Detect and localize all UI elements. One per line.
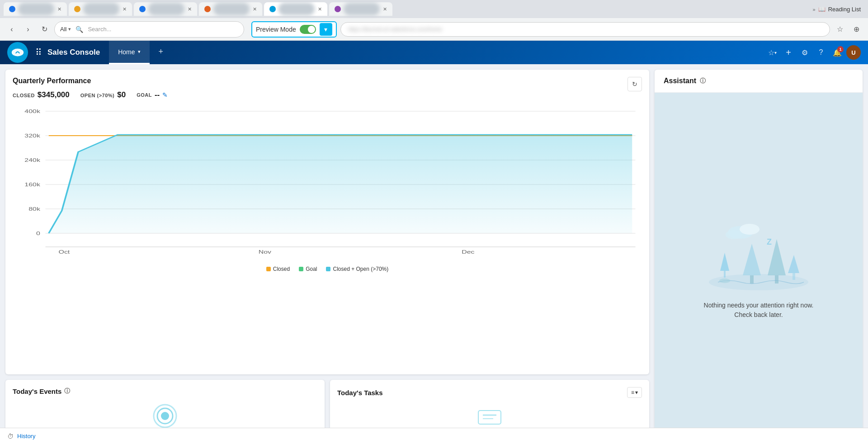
- reload-button[interactable]: ↻: [38, 23, 51, 36]
- browser-tab-1[interactable]: blurred ✕: [4, 2, 67, 16]
- assistant-illustration: Z: [700, 212, 817, 293]
- browser-tab-2[interactable]: blurred ✕: [69, 2, 132, 16]
- svg-text:160k: 160k: [24, 182, 40, 187]
- help-icon[interactable]: ?: [814, 45, 828, 60]
- browser-tab-6[interactable]: blurred ✕: [329, 2, 392, 16]
- closed-label: CLOSED: [13, 93, 35, 98]
- svg-text:400k: 400k: [24, 109, 40, 114]
- setup-icon[interactable]: ⚙: [797, 45, 812, 60]
- tab-more[interactable]: +: [150, 41, 173, 64]
- svg-text:0: 0: [36, 231, 40, 236]
- goal-stat: GOAL -- ✎: [137, 90, 168, 99]
- main-content-area: Quarterly Performance CLOSED $345,000 OP…: [0, 64, 868, 444]
- svg-point-20: [161, 412, 169, 420]
- svg-rect-26: [724, 271, 726, 278]
- tab-label-4: blurred: [213, 3, 250, 15]
- preview-mode-pill: Preview Mode ▾: [251, 21, 337, 38]
- chart-title: Quarterly Performance: [13, 77, 642, 85]
- closed-value: $345,000: [38, 90, 70, 99]
- search-all-label: All: [60, 26, 66, 33]
- user-avatar[interactable]: U: [846, 45, 861, 60]
- tab-close-4[interactable]: ✕: [253, 6, 257, 12]
- svg-text:Z: Z: [767, 237, 772, 246]
- tab-home-chevron-icon: ▾: [138, 49, 141, 55]
- bookmark-button[interactable]: ☆: [834, 23, 846, 36]
- svg-point-0: [12, 49, 24, 57]
- reading-list-label: Reading List: [828, 6, 861, 13]
- svg-point-34: [740, 224, 760, 235]
- events-illustration: [151, 402, 179, 430]
- history-label: History: [17, 433, 35, 439]
- refresh-button[interactable]: ↻: [627, 77, 642, 91]
- salesforce-tabs: Home ▾ +: [109, 41, 172, 64]
- tab-label-6: blurred: [344, 3, 380, 15]
- svg-text:240k: 240k: [24, 157, 40, 163]
- tab-favicon-3: [139, 6, 146, 12]
- star-icon: ☆: [768, 48, 774, 57]
- tab-label-3: blurred: [148, 3, 184, 15]
- forward-button[interactable]: ›: [22, 23, 34, 36]
- waffle-menu-icon[interactable]: ⠿: [35, 47, 42, 58]
- tab-label-2: blurred: [83, 3, 119, 15]
- address-bar[interactable]: https://blurred-url.salesforce.com/home: [340, 22, 830, 37]
- preview-mode-label: Preview Mode: [256, 26, 296, 33]
- chevron-icon: »: [813, 6, 816, 12]
- tab-home[interactable]: Home ▾: [109, 41, 149, 64]
- add-record-icon[interactable]: +: [781, 45, 796, 60]
- preview-mode-toggle[interactable]: [300, 25, 316, 34]
- browser-tabs-bar: blurred ✕ blurred ✕ blurred ✕ blurred ✕ …: [0, 0, 868, 18]
- tab-close-5[interactable]: ✕: [318, 6, 322, 12]
- svg-point-35: [726, 230, 742, 239]
- reading-list-button[interactable]: » 📖 Reading List: [813, 6, 861, 13]
- svg-text:Oct: Oct: [59, 249, 70, 255]
- notification-badge: 1: [837, 46, 844, 52]
- events-card-header: Today's Events ⓘ: [13, 387, 317, 395]
- tasks-illustration-area: [337, 403, 642, 431]
- legend-goal-label: Goal: [306, 266, 317, 272]
- star-down-icon: ▾: [774, 50, 777, 55]
- tab-close-1[interactable]: ✕: [57, 6, 61, 12]
- browser-tab-4[interactable]: blurred ✕: [199, 2, 262, 16]
- svg-marker-25: [720, 253, 729, 271]
- left-panel: Quarterly Performance CLOSED $345,000 OP…: [5, 70, 649, 439]
- tab-close-3[interactable]: ✕: [188, 6, 192, 12]
- assistant-body: Z Nothing needs your attention right now…: [655, 93, 863, 439]
- browser-tab-3[interactable]: blurred ✕: [134, 2, 197, 16]
- notifications-icon[interactable]: 🔔 1: [830, 45, 844, 60]
- events-illustration-area: [13, 401, 317, 431]
- history-bar[interactable]: ⏱ History: [0, 428, 868, 444]
- tab-home-label: Home: [118, 48, 135, 56]
- chart-svg-area: 400k 320k 240k 160k 80k 0 Oct Nov Dec: [13, 107, 642, 272]
- back-button[interactable]: ‹: [5, 23, 18, 36]
- performance-chart: 400k 320k 240k 160k 80k 0 Oct Nov Dec: [13, 107, 642, 260]
- extensions-button[interactable]: ⊕: [850, 23, 863, 36]
- tab-close-6[interactable]: ✕: [383, 6, 387, 12]
- chart-stats: CLOSED $345,000 OPEN (>70%) $0 GOAL -- ✎: [13, 90, 642, 99]
- tab-favicon-6: [335, 6, 341, 12]
- svg-text:320k: 320k: [24, 133, 40, 138]
- search-all-chevron-icon: ▾: [68, 26, 71, 32]
- tab-favicon-4: [204, 6, 211, 12]
- tasks-illustration: [476, 406, 503, 429]
- preview-mode-dropdown-button[interactable]: ▾: [320, 23, 332, 36]
- assistant-info-icon[interactable]: ⓘ: [700, 77, 706, 85]
- events-info-icon[interactable]: ⓘ: [64, 387, 70, 395]
- browser-tab-5[interactable]: blurred ✕: [264, 2, 327, 16]
- svg-rect-32: [793, 273, 795, 280]
- tab-favicon-1: [9, 6, 15, 12]
- assistant-message: Nothing needs your attention right now. …: [695, 301, 822, 320]
- favorites-icon[interactable]: ☆ ▾: [765, 45, 779, 60]
- assistant-title-text: Assistant: [664, 77, 696, 85]
- svg-rect-30: [775, 275, 778, 283]
- search-magnifier-icon: 🔍: [75, 26, 83, 33]
- svg-rect-28: [750, 275, 754, 283]
- reading-list-icon: 📖: [818, 6, 826, 13]
- svg-text:80k: 80k: [28, 206, 40, 212]
- legend-closed-open-dot: [326, 267, 330, 271]
- edit-goal-icon[interactable]: ✎: [162, 91, 168, 99]
- events-title-text: Today's Events: [13, 387, 61, 395]
- tasks-sort-button[interactable]: ≡ ▾: [627, 387, 642, 398]
- tab-close-2[interactable]: ✕: [123, 6, 127, 12]
- legend-closed-open-label: Closed + Open (>70%): [333, 266, 388, 272]
- app-name-label: Sales Console: [47, 48, 100, 57]
